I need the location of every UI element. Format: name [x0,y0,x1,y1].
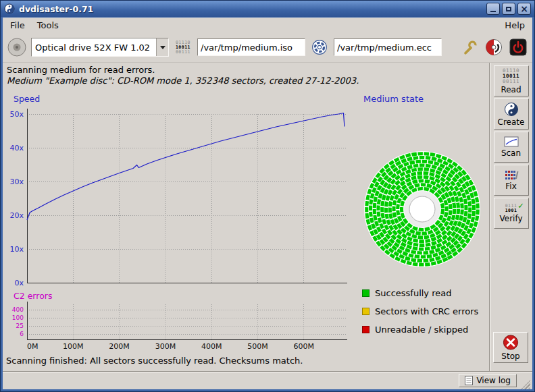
final-status: Scanning finished: All sectors successfu… [6,356,303,366]
maximize-button[interactable] [502,3,515,15]
scan-button[interactable]: Scan [494,132,529,163]
view-log-label: View log [476,376,511,385]
stop-button[interactable]: Stop [493,332,528,363]
svg-text:C2 errors: C2 errors [14,291,52,301]
medium-state-title: Medium state [363,94,424,104]
wrench-icon [461,39,478,55]
ecc-path-input[interactable] [334,38,442,56]
about-button[interactable] [484,37,504,57]
status-line-2: Medium "Example disc": CD-ROM mode 1, 35… [7,76,359,86]
charts-svg: SpeedC2 errors0x10x20x30x40x50x0M100M200… [4,91,353,358]
svg-text:100M: 100M [63,342,84,351]
app-window: dvdisaster-0.71 × File Tools Help Optica… [0,0,535,392]
legend-label-crc: Sectors with CRC errors [375,306,478,316]
binary-file-icon: 011101001100111 [176,40,190,55]
main-area: Scanning medium for read errors. Medium … [3,63,489,371]
scan-chart-icon [504,136,519,148]
svg-text:100: 100 [12,314,24,321]
view-log-button[interactable]: View log [459,374,517,387]
read-button-label: Read [501,85,521,94]
check-icon: ✓ [518,203,524,208]
combo-arrow-button [156,38,168,56]
yin-yang-icon [504,102,519,117]
iso-path-input[interactable] [197,38,305,56]
svg-text:400: 400 [12,306,24,313]
verify-icon: 01111001 ✓ [505,204,517,213]
status-line-1: Scanning medium for read errors. [7,65,155,75]
fix-icon [504,169,519,181]
svg-text:600M: 600M [294,342,315,351]
svg-text:0x: 0x [14,279,24,287]
svg-text:500M: 500M [247,342,268,351]
window-title: dvdisaster-0.71 [19,4,93,14]
titlebar[interactable]: dvdisaster-0.71 × [1,1,534,17]
statusbar: View log [3,371,532,389]
svg-text:20x: 20x [9,211,24,220]
close-button[interactable]: × [517,3,531,15]
ecc-file-button[interactable] [309,37,330,57]
svg-text:50x: 50x [9,110,24,119]
svg-text:30x: 30x [9,177,24,186]
legend-swatch-0 [362,289,370,297]
stop-button-label: Stop [501,352,519,361]
iso-image-button[interactable]: 011101001100111 [173,37,193,57]
verify-button-label: Verify [499,214,522,223]
svg-text:40x: 40x [9,144,24,152]
legend-label-success: Successfully read [375,288,451,298]
drive-combobox[interactable]: Optical drive 52X FW 1.02 [31,38,169,57]
svg-text:10x: 10x [9,245,24,254]
menubar: File Tools Help [3,18,532,32]
minimize-icon [490,11,496,12]
fix-button[interactable]: Fix [494,165,529,196]
drive-button[interactable] [7,37,27,57]
window-controls: × [486,3,531,15]
create-button[interactable]: Create [494,99,529,130]
svg-text:Speed: Speed [14,94,40,104]
svg-text:6: 6 [20,331,24,337]
legend-swatch-1 [362,308,370,315]
svg-text:200M: 200M [109,342,130,351]
sidebar: 011101001100111 Read Create [489,63,532,371]
menu-help[interactable]: Help [499,19,531,32]
drive-combobox-label: Optical drive 52X FW 1.02 [32,38,156,56]
menu-file[interactable]: File [4,19,31,32]
toolbar: Optical drive 52X FW 1.02 01110100110011… [3,32,532,62]
quit-button[interactable] [508,37,528,57]
binary-icon: 011101001100111 [503,68,519,84]
drive-icon [7,37,27,57]
menu-tools[interactable]: Tools [31,19,65,32]
read-button[interactable]: 011101001100111 Read [494,65,529,96]
resize-grip[interactable] [521,380,530,389]
disc-svg [358,145,486,273]
svg-text:300M: 300M [155,342,176,351]
svg-text:25: 25 [16,323,24,329]
create-button-label: Create [498,117,525,127]
app-icon [4,3,15,14]
legend-item-success: Successfully read [362,288,478,298]
log-icon [465,376,473,385]
svg-text:400M: 400M [201,342,222,351]
legend-item-unreadable: Unreadable / skipped [362,325,478,335]
logo-icon [485,38,503,56]
legend-item-crc: Sectors with CRC errors [362,306,478,316]
close-icon: × [520,4,528,13]
fix-button-label: Fix [505,181,516,191]
legend-label-unreadable: Unreadable / skipped [375,325,468,335]
chevron-down-icon [160,46,165,49]
verify-button[interactable]: 01111001 ✓ Verify [494,198,529,229]
legend: Successfully read Sectors with CRC error… [362,288,478,343]
maximize-icon [506,7,511,11]
window-body: File Tools Help Optical drive 52X FW 1.0… [3,18,532,389]
power-icon [509,38,527,56]
minimize-button[interactable] [486,3,500,15]
legend-swatch-2 [362,326,370,333]
stop-icon [502,334,519,351]
svg-text:0M: 0M [27,342,39,351]
preferences-button[interactable] [459,37,480,57]
content-area: Scanning medium for read errors. Medium … [3,62,532,371]
scan-button-label: Scan [501,148,521,158]
ecc-file-icon [311,39,328,55]
